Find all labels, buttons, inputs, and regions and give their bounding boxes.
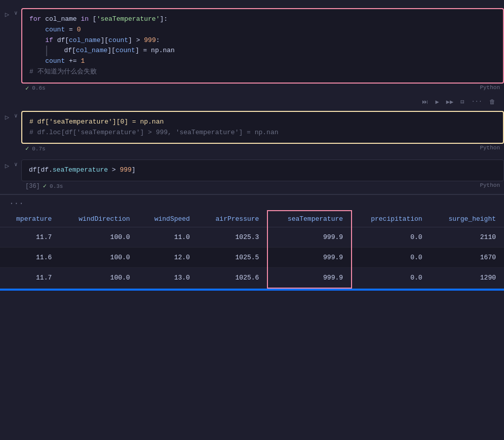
toolbar-btn-run[interactable]: ▶ [433, 97, 441, 107]
bottom-bar [0, 289, 504, 291]
table-header: mperature windDirection windSpeed airPre… [0, 211, 504, 227]
toolbar-btn-collapse[interactable]: ⊟ [458, 97, 467, 107]
code-line-1: for col_name in ['seaTemperature']: [29, 14, 496, 25]
indent-4 [29, 57, 45, 65]
code-line-35-2: # df.loc[df['seaTemperature'] > 999, 'se… [29, 128, 496, 138]
td-r1-seaTemp: 999.9 [267, 227, 352, 248]
indent-1 [29, 26, 45, 33]
cell-36-code[interactable]: df[df.seaTemperature > 999] [21, 159, 504, 181]
toolbar-btn-run-all[interactable]: ▶▶ [444, 97, 456, 107]
op-bracket2: ][ [107, 47, 115, 54]
td-r3-windSpeed: 13.0 [138, 268, 198, 289]
td-r1-precip: 0.0 [352, 227, 431, 248]
check-icon-36: ✓ [43, 182, 47, 190]
th-surgeHeight: surge_height [431, 211, 504, 227]
var-count: count [45, 26, 65, 33]
table-section: ··· mperature windDirection windSpeed ai… [0, 194, 504, 289]
th-precipitation: precipitation [352, 211, 431, 227]
td-r3-airPressure: 1025.6 [198, 268, 267, 289]
cell-34-code[interactable]: for col_name in ['seaTemperature']: coun… [21, 8, 504, 84]
cell-36-expand[interactable]: ∨ [14, 159, 21, 169]
cell-35-run-btn[interactable]: ▷ [0, 111, 14, 122]
cell-34-run-btn[interactable]: ▷ [0, 8, 14, 19]
cell-35-code[interactable]: # df['seaTemperature'][0] = np.nan # df.… [21, 111, 504, 144]
th-airPressure: airPressure [198, 211, 267, 227]
num-999-2: 999 [120, 166, 131, 174]
cell-34-time: 0.6s [32, 85, 45, 91]
op-bracket: ][ [100, 36, 108, 44]
kw-in: in [81, 15, 89, 23]
cell-36: ▷ ∨ df[df.seaTemperature > 999] [36] ✓ 0… [0, 156, 504, 194]
var-count2: count [108, 36, 128, 44]
expand-icon-36: ∨ [14, 162, 18, 168]
cell-34: ▷ ∨ for col_name in ['seaTemperature']: … [0, 5, 504, 96]
code-line-5: count += 1 [29, 56, 496, 67]
op-gt: ] > [128, 36, 144, 44]
th-windSpeed: windSpeed [138, 211, 198, 227]
code-line-36-1: df[df.seaTemperature > 999] [29, 165, 496, 176]
bracket-open: [ [89, 15, 97, 23]
cell-36-footer: [36] ✓ 0.3s Python [21, 181, 504, 191]
code-line-6: # 不知道为什么会失败 [29, 67, 496, 77]
check-icon-35: ✓ [25, 145, 29, 152]
cell-34-expand[interactable]: ∨ [14, 8, 21, 17]
str-seatemp: 'seaTemperature' [97, 15, 160, 23]
cell-34-footer-left: ✓ 0.6s [21, 85, 46, 92]
th-windDirection: windDirection [60, 211, 138, 227]
td-r1-airPressure: 1025.3 [198, 227, 267, 248]
cell-35-footer-left: ✓ 0.7s [21, 145, 46, 152]
op-gt2: > [108, 166, 120, 174]
cell-36-content: ▷ ∨ df[df.seaTemperature > 999] [36] ✓ 0… [0, 159, 504, 191]
run-icon-35: ▷ [5, 113, 9, 122]
code-line-2: count = 0 [29, 25, 496, 35]
cell-35-footer: ✓ 0.7s Python [21, 144, 504, 153]
cell-36-num: [36] [25, 183, 40, 190]
cell-35-body: # df['seaTemperature'][0] = np.nan # df.… [21, 111, 504, 154]
td-r3-surge: 1290 [431, 268, 504, 289]
cell-35-time: 0.7s [32, 146, 45, 152]
num-1: 1 [81, 57, 85, 65]
toolbar-btn-skip-start[interactable]: ⏭ [419, 97, 431, 107]
op-colon: : [156, 36, 160, 44]
run-icon: ▷ [5, 10, 9, 19]
cell-36-lang: Python [480, 182, 500, 190]
td-r1-windSpeed: 11.0 [138, 227, 198, 248]
cell-36-run-btn[interactable]: ▷ [0, 159, 14, 170]
op-bracket3: ] [132, 166, 136, 174]
td-r2-windDir: 100.0 [60, 248, 138, 268]
code-line-3: if df[col_name][count] > 999: [29, 35, 496, 46]
td-r3-windDir: 100.0 [60, 268, 138, 289]
cell-35: ▷ ∨ # df['seaTemperature'][0] = np.nan #… [0, 108, 504, 157]
var-colname: col_name [45, 15, 81, 23]
expand-icon: ∨ [14, 10, 18, 16]
check-icon-34: ✓ [25, 85, 29, 92]
cell-34-footer: ✓ 0.6s Python [21, 84, 504, 93]
td-r2-mperature: 11.6 [0, 248, 60, 268]
notebook: ▷ ∨ for col_name in ['seaTemperature']: … [0, 0, 504, 296]
expand-icon-35: ∨ [14, 113, 18, 119]
indent-line [46, 46, 64, 56]
toolbar-btn-more[interactable]: ··· [469, 97, 485, 107]
kw-if: if [45, 36, 53, 44]
td-r2-surge: 1670 [431, 248, 504, 268]
num-999: 999 [144, 36, 156, 44]
table-row-3: 11.7 100.0 13.0 1025.6 999.9 0.0 1290 [0, 268, 504, 289]
run-icon-36: ▷ [5, 162, 9, 170]
th-mperature: mperature [0, 211, 60, 227]
table-row-2: 11.6 100.0 12.0 1025.5 999.9 0.0 1670 [0, 248, 504, 268]
td-r1-surge: 2110 [431, 227, 504, 248]
cell-35-expand[interactable]: ∨ [14, 111, 21, 120]
table-ellipsis: ··· [4, 197, 29, 210]
cell-34-body: for col_name in ['seaTemperature']: coun… [21, 8, 504, 93]
table-row-1: 11.7 100.0 11.0 1025.3 999.9 0.0 2110 [0, 227, 504, 248]
toolbar-btn-delete[interactable]: 🗑 [487, 97, 498, 107]
var-count4: count [45, 57, 65, 65]
th-seaTemperature: seaTemperature [267, 211, 352, 227]
indent-2 [29, 36, 45, 44]
op-df2: df[ [64, 47, 75, 54]
td-r2-seaTemp: 999.9 [267, 248, 352, 268]
cell-34-content: ▷ ∨ for col_name in ['seaTemperature']: … [0, 8, 504, 93]
cell-35-lang: Python [480, 145, 500, 152]
td-r2-precip: 0.0 [352, 248, 431, 268]
op-df: df[ [53, 36, 69, 44]
